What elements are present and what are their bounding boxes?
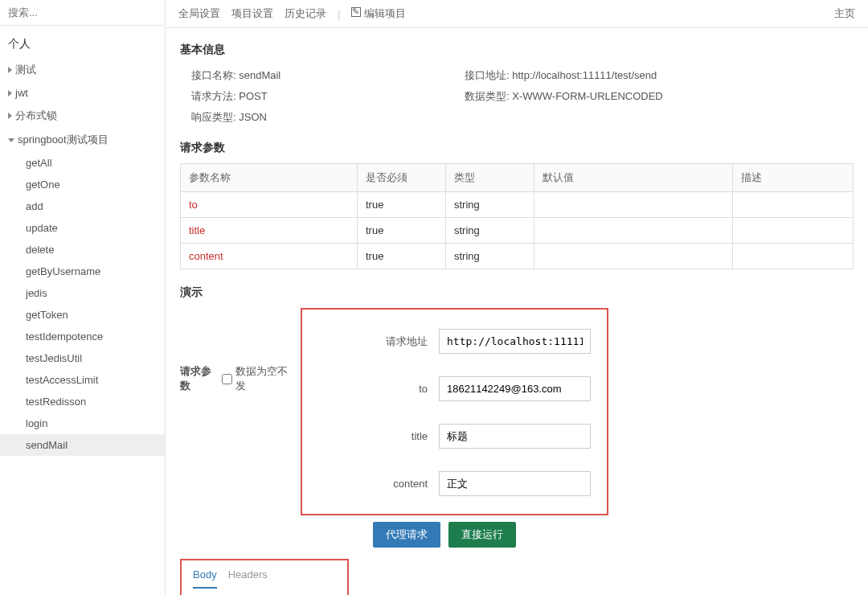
params-title: 请求参数 bbox=[180, 141, 854, 155]
sidebar-personal-header: 个人 bbox=[0, 26, 165, 58]
sidebar-child-testredisson[interactable]: testRedisson bbox=[0, 391, 165, 412]
caret-down-icon bbox=[8, 138, 14, 142]
content: 基本信息 接口名称: sendMail 接口地址: http://localho… bbox=[166, 28, 868, 595]
info-method: 请求方法: POST bbox=[191, 86, 465, 107]
params-table: 参数名称 是否必须 类型 默认值 描述 to true string bbox=[180, 163, 854, 269]
req-params-label: 请求参数 bbox=[180, 364, 219, 393]
empty-nosend-checkbox[interactable] bbox=[222, 374, 232, 384]
empty-nosend-label: 数据为空不发 bbox=[235, 364, 293, 393]
field-title-label: title bbox=[358, 430, 439, 442]
response-tabs: Body Headers bbox=[182, 560, 347, 589]
nav-project-settings[interactable]: 项目设置 bbox=[231, 6, 273, 21]
sidebar-tree: 测试 jwt 分布式锁 springboot测试项目 getAll getOne… bbox=[0, 58, 165, 595]
caret-right-icon bbox=[8, 67, 12, 73]
sidebar-item-springboot[interactable]: springboot测试项目 bbox=[0, 128, 165, 152]
demo-highlight-box: 请求地址 to title content bbox=[301, 308, 608, 515]
field-content-input[interactable] bbox=[439, 471, 591, 496]
sidebar-child-update[interactable]: update bbox=[0, 217, 165, 239]
sidebar-child-delete[interactable]: delete bbox=[0, 239, 165, 261]
table-row: content true string bbox=[181, 244, 854, 269]
sidebar-item-label: 分布式锁 bbox=[15, 109, 57, 123]
button-row: 代理请求 直接运行 bbox=[180, 522, 854, 548]
sidebar-child-testidempotence[interactable]: testIdempotence bbox=[0, 326, 165, 347]
sidebar: 个人 测试 jwt 分布式锁 springboot测试项目 getAll get… bbox=[0, 0, 166, 595]
col-desc: 描述 bbox=[733, 164, 854, 192]
sidebar-child-sendmail[interactable]: sendMail bbox=[0, 434, 165, 456]
info-resptype: 响应类型: JSON bbox=[191, 107, 465, 128]
sidebar-item-label: jwt bbox=[15, 87, 28, 99]
table-row: title true string bbox=[181, 218, 854, 244]
nav-history[interactable]: 历史记录 bbox=[285, 6, 326, 21]
col-type: 类型 bbox=[446, 164, 534, 192]
col-default: 默认值 bbox=[534, 164, 733, 192]
req-url-input[interactable] bbox=[439, 329, 591, 354]
info-name: 接口名称: sendMail bbox=[191, 65, 465, 86]
nav-edit-project[interactable]: 编辑项目 bbox=[351, 6, 406, 21]
nav-edit-project-label: 编辑项目 bbox=[364, 7, 406, 19]
direct-run-button[interactable]: 直接运行 bbox=[448, 522, 516, 548]
sidebar-item-jwt[interactable]: jwt bbox=[0, 82, 165, 104]
sidebar-child-getbyusername[interactable]: getByUsername bbox=[0, 261, 165, 282]
basic-info-grid: 接口名称: sendMail 接口地址: http://localhost:11… bbox=[180, 65, 854, 128]
info-datatype: 数据类型: X-WWW-FORM-URLENCODED bbox=[465, 86, 802, 107]
search-box bbox=[0, 0, 165, 26]
sidebar-child-getone[interactable]: getOne bbox=[0, 174, 165, 195]
sidebar-item-test[interactable]: 测试 bbox=[0, 58, 165, 82]
info-url: 接口地址: http://localhost:11111/test/send bbox=[465, 65, 802, 86]
sidebar-child-testjedisutil[interactable]: testJedisUtil bbox=[0, 347, 165, 369]
sidebar-child-login[interactable]: login bbox=[0, 412, 165, 434]
field-to-input[interactable] bbox=[439, 376, 591, 401]
demo-left-column: 请求参数 数据为空不发 bbox=[180, 308, 293, 515]
divider: | bbox=[338, 8, 340, 20]
table-row: to true string bbox=[181, 192, 854, 218]
sidebar-child-jedis[interactable]: jedis bbox=[0, 282, 165, 304]
demo-title: 演示 bbox=[180, 285, 854, 300]
col-name: 参数名称 bbox=[181, 164, 358, 192]
sidebar-item-distlock[interactable]: 分布式锁 bbox=[0, 104, 165, 128]
sidebar-item-label: springboot测试项目 bbox=[18, 133, 108, 147]
search-input[interactable] bbox=[8, 6, 157, 18]
nav-global-settings[interactable]: 全局设置 bbox=[178, 6, 220, 21]
nav-home[interactable]: 主页 bbox=[834, 6, 855, 21]
sidebar-child-testaccesslimit[interactable]: testAccessLimit bbox=[0, 369, 165, 391]
sidebar-child-getall[interactable]: getAll bbox=[0, 152, 165, 174]
col-required: 是否必须 bbox=[358, 164, 446, 192]
tab-body[interactable]: Body bbox=[193, 568, 217, 589]
sidebar-item-label: 测试 bbox=[15, 63, 36, 77]
field-content-label: content bbox=[358, 478, 439, 490]
sidebar-child-add[interactable]: add bbox=[0, 195, 165, 217]
caret-right-icon bbox=[8, 113, 12, 119]
edit-icon bbox=[351, 7, 361, 17]
field-to-label: to bbox=[358, 383, 439, 395]
response-json: {- "status": 0, "msg": "邮件发送成功", "data":… bbox=[182, 589, 347, 595]
tab-headers[interactable]: Headers bbox=[228, 568, 268, 589]
sidebar-child-gettoken[interactable]: getToken bbox=[0, 304, 165, 326]
caret-right-icon bbox=[8, 90, 12, 96]
field-title-input[interactable] bbox=[439, 424, 591, 449]
proxy-request-button[interactable]: 代理请求 bbox=[373, 522, 440, 548]
req-url-label: 请求地址 bbox=[358, 334, 439, 349]
main: 全局设置 项目设置 历史记录 | 编辑项目 主页 基本信息 接口名称: send… bbox=[166, 0, 868, 595]
basic-info-title: 基本信息 bbox=[180, 43, 854, 57]
response-highlight-box: Body Headers {- "status": 0, "msg": "邮件发… bbox=[180, 559, 349, 595]
topbar: 全局设置 项目设置 历史记录 | 编辑项目 主页 bbox=[166, 0, 868, 28]
